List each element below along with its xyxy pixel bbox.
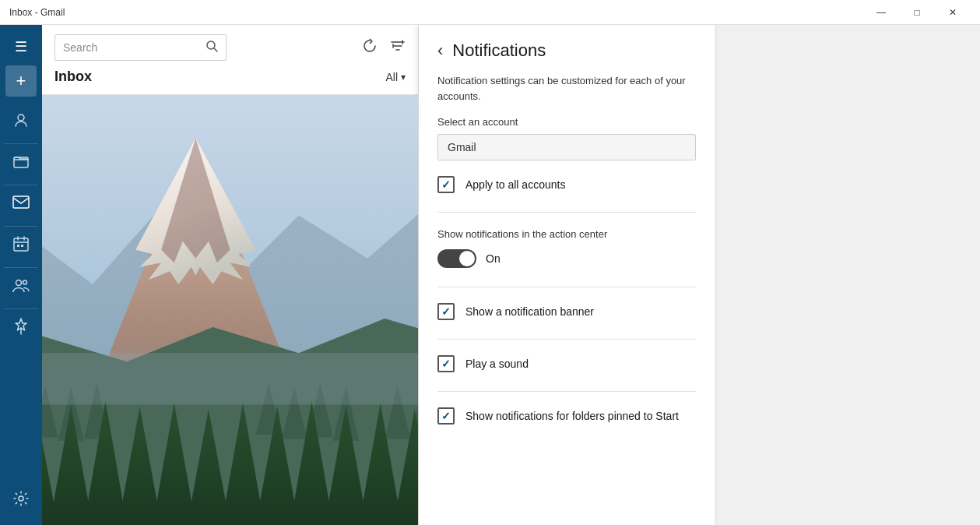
sidebar-bottom — [5, 484, 37, 525]
people-icon — [12, 278, 30, 296]
search-input[interactable] — [63, 41, 199, 54]
apply-all-option: Apply to all accounts — [437, 176, 696, 193]
toggle-label: On — [486, 252, 501, 265]
show-folders-label: Show notifications for folders pinned to… — [465, 410, 679, 422]
svg-point-7 — [23, 280, 27, 284]
window-controls: — □ ✕ — [863, 0, 971, 25]
sync-icon[interactable] — [362, 38, 378, 58]
calendar-icon — [13, 236, 29, 255]
sidebar-divider-4 — [4, 267, 37, 268]
show-banner-option: Show a notification banner — [437, 303, 696, 320]
action-center-label: Show notifications in the action center — [437, 228, 696, 240]
svg-rect-52 — [42, 353, 418, 404]
sidebar-divider-3 — [4, 226, 37, 227]
divider-3 — [437, 339, 696, 340]
mail-icon — [12, 196, 30, 213]
svg-point-6 — [16, 280, 22, 285]
sidebar-item-settings[interactable] — [5, 484, 37, 516]
account-select[interactable]: Gmail — [437, 134, 696, 160]
search-icon[interactable] — [205, 40, 218, 55]
apply-all-label: Apply to all accounts — [465, 178, 565, 191]
show-folders-checkbox[interactable] — [437, 407, 455, 425]
search-row — [54, 34, 406, 61]
inbox-title: Inbox — [54, 69, 92, 85]
sidebar-item-folder[interactable] — [5, 147, 37, 178]
divider-1 — [437, 212, 696, 213]
apply-all-checkbox[interactable] — [437, 176, 455, 193]
divider-4 — [437, 391, 696, 392]
svg-rect-5 — [21, 245, 23, 247]
show-banner-checkbox[interactable] — [437, 303, 455, 320]
sidebar-item-calendar[interactable] — [5, 230, 37, 261]
hamburger-icon: ☰ — [15, 38, 27, 55]
play-sound-option: Play a sound — [437, 355, 696, 372]
app-body: ☰ + — [0, 25, 980, 525]
play-sound-label: Play a sound — [465, 358, 529, 370]
notifications-title: Notifications — [452, 41, 546, 61]
sidebar-divider-5 — [4, 308, 37, 309]
back-button[interactable]: ‹ — [437, 41, 443, 61]
sidebar-item-account[interactable] — [5, 106, 37, 137]
mountain-background — [42, 95, 418, 525]
sidebar-divider-1 — [4, 143, 37, 144]
notif-header: ‹ Notifications — [437, 41, 696, 61]
sidebar-item-compose[interactable]: + — [5, 65, 37, 97]
mail-pane-header: Inbox All ▾ — [42, 25, 418, 95]
maximize-button[interactable]: □ — [899, 0, 935, 25]
filter-label: All — [385, 71, 398, 83]
sidebar-item-people[interactable] — [5, 271, 37, 302]
close-button[interactable]: ✕ — [935, 0, 971, 25]
titlebar: Inbox - Gmail — □ ✕ — [0, 0, 980, 25]
sidebar-item-pin[interactable] — [5, 312, 37, 344]
compose-icon: + — [16, 71, 26, 91]
account-select-label: Select an account — [437, 116, 696, 128]
filter-control[interactable]: All ▾ — [385, 71, 406, 83]
search-bar — [54, 34, 227, 61]
settings-icon — [13, 491, 29, 510]
minimize-button[interactable]: — — [863, 0, 899, 25]
account-icon — [13, 112, 29, 132]
pin-icon — [14, 318, 28, 339]
sidebar-item-mail[interactable] — [5, 189, 37, 220]
svg-line-11 — [214, 48, 217, 51]
sidebar: ☰ + — [0, 25, 42, 525]
svg-point-0 — [18, 115, 24, 121]
folder-icon — [13, 154, 29, 172]
notifications-panel: ‹ Notifications Notification settings ca… — [419, 25, 715, 525]
divider-2 — [437, 287, 696, 287]
mail-pane: Inbox All ▾ — [42, 25, 419, 525]
play-sound-checkbox[interactable] — [437, 355, 455, 372]
show-folders-option: Show notifications for folders pinned to… — [437, 407, 696, 425]
inbox-filter-row: Inbox All ▾ — [54, 69, 406, 85]
filter-icon[interactable] — [390, 38, 406, 58]
sidebar-item-hamburger[interactable]: ☰ — [5, 31, 37, 62]
svg-rect-2 — [13, 196, 29, 208]
sidebar-divider-2 — [4, 185, 37, 185]
svg-rect-3 — [14, 238, 28, 251]
mail-content-area — [42, 95, 418, 525]
toggle-row: On — [437, 249, 696, 268]
chevron-down-icon: ▾ — [401, 72, 406, 83]
toggle-knob — [459, 251, 475, 266]
window-title: Inbox - Gmail — [9, 7, 65, 18]
svg-rect-4 — [17, 245, 19, 247]
svg-point-9 — [19, 496, 23, 501]
toolbar-icons — [362, 38, 406, 58]
toggle-switch[interactable] — [437, 249, 476, 268]
show-banner-label: Show a notification banner — [465, 305, 594, 318]
notifications-description: Notification settings can be customized … — [437, 73, 696, 104]
